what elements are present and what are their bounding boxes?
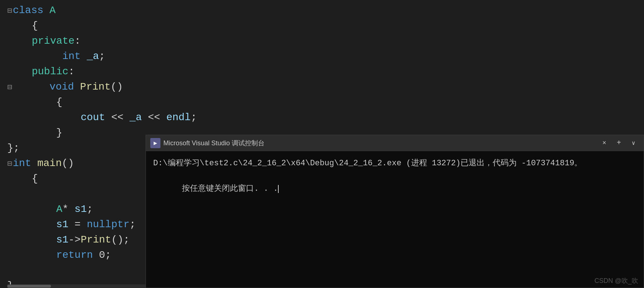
code-line-3: private : bbox=[7, 33, 644, 49]
terminal-output-text2: 按任意键关闭此窗口. . . bbox=[182, 184, 278, 193]
code-line-2: { bbox=[7, 18, 644, 33]
var-s1-2: s1 bbox=[56, 217, 74, 232]
var-a-ref: _a bbox=[130, 110, 148, 125]
terminal-title: Microsoft Visual Studio 调试控制台 bbox=[163, 139, 596, 147]
indent-9 bbox=[7, 202, 56, 217]
brace-open-1: { bbox=[7, 18, 38, 33]
parens-1: () bbox=[111, 79, 123, 95]
keyword-endl: endl bbox=[166, 110, 191, 125]
assign-1: = bbox=[75, 217, 87, 232]
keyword-int: int bbox=[62, 49, 87, 64]
colon-2: : bbox=[68, 64, 75, 79]
indent-7 bbox=[7, 125, 56, 141]
code-line-1: ⊟ class A bbox=[7, 3, 644, 18]
class-name: A bbox=[49, 3, 56, 18]
terminal-add-button[interactable]: + bbox=[613, 137, 625, 149]
semicolon-3: ; bbox=[87, 202, 93, 217]
horizontal-scrollbar[interactable] bbox=[7, 284, 149, 288]
terminal-output-line2: 按任意键关闭此窗口. . . bbox=[153, 170, 636, 208]
op-1: << bbox=[111, 110, 130, 125]
code-line-4: int _a ; bbox=[7, 49, 644, 64]
collapse-icon-2[interactable]: ⊟ bbox=[7, 80, 12, 95]
indent-4 bbox=[13, 79, 49, 95]
terminal-titlebar: ▶ Microsoft Visual Studio 调试控制台 × + ∨ bbox=[146, 135, 644, 151]
semicolon-1: ; bbox=[99, 49, 105, 64]
terminal-cursor bbox=[278, 185, 279, 193]
terminal-body: D:\编程学习\test2.c\24_2_16_2\x64\Debug\24_2… bbox=[146, 151, 644, 288]
terminal-close-button[interactable]: × bbox=[599, 137, 610, 149]
scrollbar-thumb[interactable] bbox=[7, 285, 51, 288]
ptr-1: * bbox=[62, 202, 75, 217]
colon-1: : bbox=[75, 33, 81, 49]
indent-blank2 bbox=[7, 263, 13, 278]
indent-10 bbox=[7, 217, 56, 232]
zero: 0; bbox=[99, 248, 111, 263]
func-print-call: Print bbox=[81, 232, 111, 248]
indent-blank bbox=[7, 186, 13, 202]
func-print: Print bbox=[80, 79, 111, 95]
brace-open-main: { bbox=[32, 171, 38, 186]
terminal-app-icon: ▶ bbox=[150, 138, 160, 148]
keyword-public: public bbox=[32, 64, 68, 79]
code-line-6: ⊟ void Print () bbox=[7, 79, 644, 95]
var-s1: s1 bbox=[75, 202, 87, 217]
keyword-cout: cout bbox=[81, 110, 111, 125]
semicolon-4: ; bbox=[130, 217, 136, 232]
brace-close-1: } bbox=[56, 125, 62, 141]
keyword-int-main: int bbox=[13, 156, 37, 171]
indent-2 bbox=[7, 49, 62, 64]
var-a: _a bbox=[87, 49, 99, 64]
keyword-void: void bbox=[49, 79, 80, 95]
indent-1 bbox=[7, 33, 32, 49]
arrow-1: -> bbox=[68, 232, 81, 248]
brace-close-class: }; bbox=[7, 141, 20, 156]
code-line-7: { bbox=[7, 95, 644, 110]
indent-12 bbox=[7, 248, 56, 263]
keyword-class: class bbox=[13, 3, 49, 18]
parens-2: () bbox=[62, 156, 74, 171]
terminal-icon-symbol: ▶ bbox=[154, 139, 157, 147]
parens-3: (); bbox=[111, 232, 130, 248]
keyword-nullptr: nullptr bbox=[87, 217, 130, 232]
brace-open-2: { bbox=[56, 95, 62, 110]
watermark: CSDN @吹_吹 bbox=[595, 276, 638, 285]
keyword-private: private bbox=[32, 33, 75, 49]
collapse-icon-3[interactable]: ⊟ bbox=[7, 157, 12, 172]
code-line-5: public : bbox=[7, 64, 644, 79]
class-a-ref: A bbox=[56, 202, 62, 217]
func-main: main bbox=[37, 156, 61, 171]
code-line-8: cout << _a << endl ; bbox=[7, 110, 644, 125]
collapse-icon-1[interactable]: ⊟ bbox=[7, 4, 12, 19]
terminal-dropdown-button[interactable]: ∨ bbox=[628, 137, 639, 149]
op-2: << bbox=[148, 110, 166, 125]
indent-11 bbox=[7, 232, 56, 248]
terminal-window: ▶ Microsoft Visual Studio 调试控制台 × + ∨ D:… bbox=[146, 135, 644, 288]
indent-6 bbox=[7, 110, 81, 125]
indent-3 bbox=[7, 64, 32, 79]
indent-5 bbox=[7, 95, 56, 110]
terminal-output-line1: D:\编程学习\test2.c\24_2_16_2\x64\Debug\24_2… bbox=[153, 157, 636, 170]
indent-8 bbox=[7, 171, 32, 186]
var-s1-3: s1 bbox=[56, 232, 68, 248]
semicolon-2: ; bbox=[191, 110, 197, 125]
keyword-return: return bbox=[56, 248, 99, 263]
